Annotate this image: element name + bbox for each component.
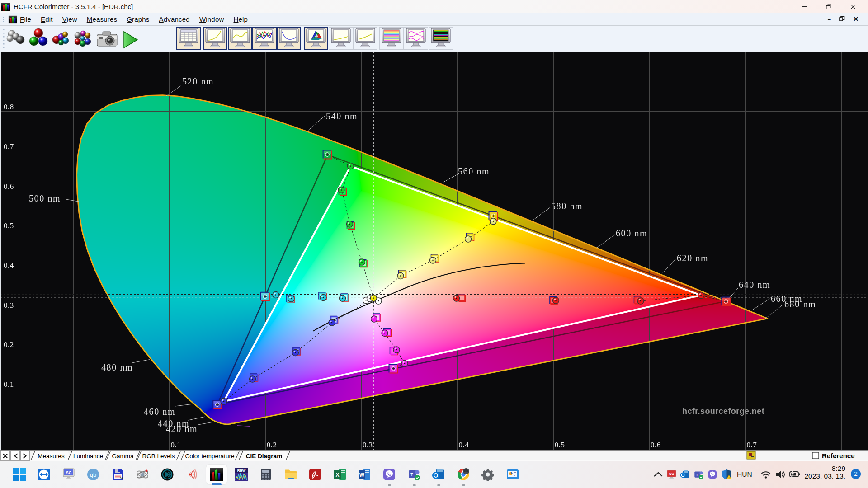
svg-text:qb: qb (90, 471, 96, 478)
svg-text:Measures: Measures (38, 453, 65, 460)
svg-text:Luminance: Luminance (73, 453, 103, 460)
svg-text:Color temperature: Color temperature (185, 453, 235, 460)
svg-text:CIE Diagram: CIE Diagram (246, 453, 282, 460)
svg-text:SC: SC (669, 472, 674, 476)
svg-text:SC: SC (66, 470, 72, 475)
svg-text:REW: REW (237, 469, 245, 473)
svg-text:W: W (359, 472, 365, 478)
svg-text:Gamma: Gamma (112, 453, 134, 460)
svg-text:X: X (335, 472, 339, 478)
svg-text:64: 64 (120, 476, 123, 479)
svg-text:T: T (410, 472, 413, 477)
svg-text:!: ! (729, 476, 730, 479)
svg-text:Reference: Reference (822, 452, 855, 460)
svg-text:RGB Levels: RGB Levels (142, 453, 175, 460)
